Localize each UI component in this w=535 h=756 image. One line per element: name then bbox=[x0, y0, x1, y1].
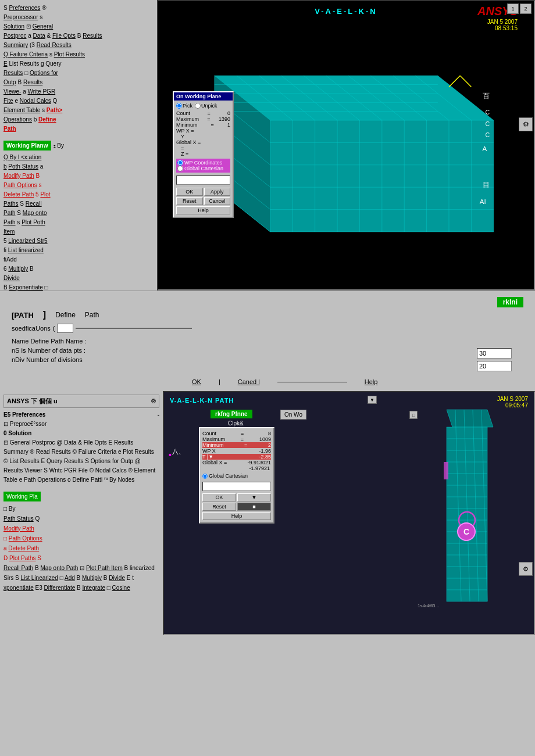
bd-help-btn[interactable]: Help bbox=[202, 512, 271, 520]
menu-element[interactable]: Element Table bbox=[3, 107, 40, 113]
pick-radio[interactable]: Pick bbox=[176, 103, 192, 109]
bd-reset-btn[interactable]: Reset bbox=[202, 503, 236, 511]
bottom-viewport: V-A-E-L-K-N PATH JAN S 2007 09:05:47 ▼ •… bbox=[163, 391, 535, 635]
wp-item-9[interactable]: Item bbox=[3, 227, 154, 237]
bottom-plot-paths[interactable]: D Plot Paths S bbox=[3, 553, 159, 563]
wp-item-1[interactable]: Q By l <x:ation bbox=[3, 153, 154, 162]
viewport-datetime: JAN 5 2007 08:53:15 bbox=[487, 19, 518, 31]
cancel-button[interactable]: Cancel bbox=[204, 197, 231, 205]
wp-item-13[interactable]: 6 Multiply B bbox=[3, 264, 154, 274]
wp-item-12[interactable]: fiAdd bbox=[3, 255, 154, 264]
menu-read-results[interactable]: Read Results bbox=[37, 42, 72, 48]
bottom-delete-path[interactable]: a Detete Path bbox=[3, 543, 159, 553]
menu-general[interactable]: General bbox=[33, 23, 54, 30]
bottom-modify-path[interactable]: Modify Path bbox=[3, 524, 159, 533]
dialog-text-input[interactable] bbox=[176, 175, 230, 185]
bottom-working-plane-container: Working Pla bbox=[3, 492, 159, 501]
wp-item-3[interactable]: Modify Path B bbox=[3, 171, 154, 181]
bottom-general-postproc[interactable]: ⊡ General Postproc @ Data & File Opts E … bbox=[3, 438, 159, 485]
bd-v-btn[interactable]: ▼ bbox=[237, 493, 271, 501]
ndiv-label: nDiv Number of divisions bbox=[12, 356, 83, 363]
dialog-title-bar[interactable]: On Working Plane bbox=[174, 92, 233, 101]
menu-failure-criteria[interactable]: Q Failure Criteria bbox=[3, 51, 48, 58]
bottom-path-options[interactable]: □ Path Options bbox=[3, 533, 159, 543]
bottom-e5-pref[interactable]: E5 Preferences - bbox=[3, 410, 159, 420]
global-cartesian-radio[interactable]: Global Cartesian bbox=[177, 166, 229, 171]
menu-write[interactable]: Write PGR bbox=[28, 88, 56, 95]
menu-a: a bbox=[26, 33, 33, 39]
wp-item-7[interactable]: Path S Map onto bbox=[3, 209, 154, 218]
bottom-left-toggle[interactable]: ▼ bbox=[368, 396, 377, 404]
ns-input[interactable]: 30 bbox=[477, 348, 512, 359]
ok-path-button[interactable]: OK bbox=[192, 378, 201, 385]
bottom-solution[interactable]: 0 Solution bbox=[3, 429, 159, 438]
bottom-recall-path[interactable]: Recall Path B Map onto Path ⊡ Plot Path … bbox=[3, 563, 159, 593]
menu-and: & bbox=[45, 33, 52, 39]
bottom-header-text: ANSYS 下 個個 u bbox=[7, 396, 58, 406]
ndiv-input[interactable]: 20 bbox=[477, 361, 512, 371]
wp-item-15[interactable]: B Exponentiate □ bbox=[3, 283, 154, 291]
wp-item-6[interactable]: Paths S Recall bbox=[3, 199, 154, 209]
bd-count: Count=8 bbox=[202, 431, 271, 436]
menu-e[interactable]: E bbox=[3, 60, 8, 67]
bottom-arrows: 八、 bbox=[172, 447, 185, 456]
num-btn-2[interactable]: 2 bbox=[520, 3, 532, 14]
bd-text-input[interactable] bbox=[202, 482, 271, 491]
menu-options-outp[interactable]: Options for bbox=[30, 70, 58, 76]
menu-viewe[interactable]: Viewe- bbox=[3, 88, 21, 95]
menu-define-path[interactable]: Define bbox=[38, 116, 56, 123]
wp-extra: ₂ By bbox=[54, 141, 64, 150]
soedficaUons-input[interactable] bbox=[57, 324, 73, 333]
unpick-radio[interactable]: Unpick bbox=[195, 103, 217, 109]
bottom-gear-btn[interactable]: ⚙ bbox=[519, 562, 533, 576]
bd-global-cartesian-radio[interactable]: Global Cartesian bbox=[202, 473, 271, 479]
num-btn-1[interactable]: 1 bbox=[507, 3, 519, 14]
apply-button[interactable]: Apply bbox=[204, 188, 231, 196]
working-plane-items: Q By l <x:ation b Poth Status a Modify P… bbox=[3, 153, 154, 291]
menu-results3[interactable]: Results bbox=[23, 79, 42, 85]
bottom-path-status[interactable]: Path Status Q bbox=[3, 514, 159, 524]
menu-path2[interactable]: Path bbox=[3, 126, 16, 132]
bottom-path-by[interactable]: □ By bbox=[3, 504, 159, 514]
gear-button[interactable]: ⚙ bbox=[519, 117, 533, 131]
menu-path[interactable]: Path> bbox=[47, 107, 63, 113]
menu-file-opts[interactable]: File Opts bbox=[52, 33, 76, 39]
menu-sunmiary[interactable]: Sunmiary bbox=[3, 42, 28, 48]
ok-button[interactable]: OK bbox=[176, 188, 203, 196]
reset-button[interactable]: Reset bbox=[176, 197, 203, 205]
bottom-preproc[interactable]: ⊡ Preproc€°ssor bbox=[3, 420, 159, 429]
wp-item-11[interactable]: fi List linearized bbox=[3, 246, 154, 255]
menu-operations[interactable]: Operations bbox=[3, 116, 32, 123]
cancel-path-button[interactable]: Caned l bbox=[238, 378, 260, 385]
menu-postproc[interactable]: Postproc bbox=[3, 33, 26, 39]
bottom-dialog-box: Count=8 Maximum=1009 Minimum=2 WP X-1.96… bbox=[199, 427, 274, 524]
wp-coords-radio[interactable]: WP Coordinates bbox=[177, 160, 229, 166]
menu-nodal[interactable]: Nodal Calcs bbox=[20, 98, 51, 104]
help-path-button[interactable]: Help bbox=[365, 378, 378, 385]
path-define-section: rklni [PATH ] Define Path soedficaUons (… bbox=[0, 291, 535, 375]
menu-preprocessor[interactable]: Preprocessor bbox=[3, 14, 38, 20]
menu-results[interactable]: Results bbox=[83, 33, 102, 39]
help-button[interactable]: Help bbox=[176, 206, 230, 214]
wp-item-14[interactable]: Divide bbox=[3, 274, 154, 283]
menu-data[interactable]: Data bbox=[33, 33, 45, 39]
menu-results2[interactable]: Results bbox=[3, 70, 23, 76]
wp-item-4[interactable]: Path Options s bbox=[3, 181, 154, 190]
bd-ok-btn[interactable]: OK bbox=[202, 493, 236, 501]
menu-solution[interactable]: Solution bbox=[3, 23, 24, 30]
wp-item-8[interactable]: Path s Plot Poth bbox=[3, 218, 154, 227]
menu-b3: b bbox=[32, 116, 38, 123]
menu-plot-results[interactable]: Plot Results bbox=[54, 51, 85, 58]
separator-pipe: | bbox=[219, 378, 220, 385]
bd-block-btn[interactable]: ■ bbox=[237, 503, 271, 511]
wp-item-10[interactable]: 5 Linearized Str5 bbox=[3, 237, 154, 246]
menu-s4: s bbox=[40, 107, 47, 113]
bottom-header-bar: ANSYS 下 個個 u ® bbox=[3, 395, 159, 408]
menu-outp[interactable]: Outp bbox=[3, 79, 16, 85]
wp-item-5[interactable]: Delete Path 5 Plot bbox=[3, 190, 154, 199]
bottom-point-dot: • bbox=[169, 450, 172, 460]
menu-fite[interactable]: Fite bbox=[3, 98, 13, 104]
bottom-mesh-svg: 1s4r4ffl3... bbox=[412, 404, 528, 619]
wp-item-2[interactable]: b Poth Status a bbox=[3, 162, 154, 171]
menu-preferences[interactable]: Preferences bbox=[9, 5, 40, 11]
